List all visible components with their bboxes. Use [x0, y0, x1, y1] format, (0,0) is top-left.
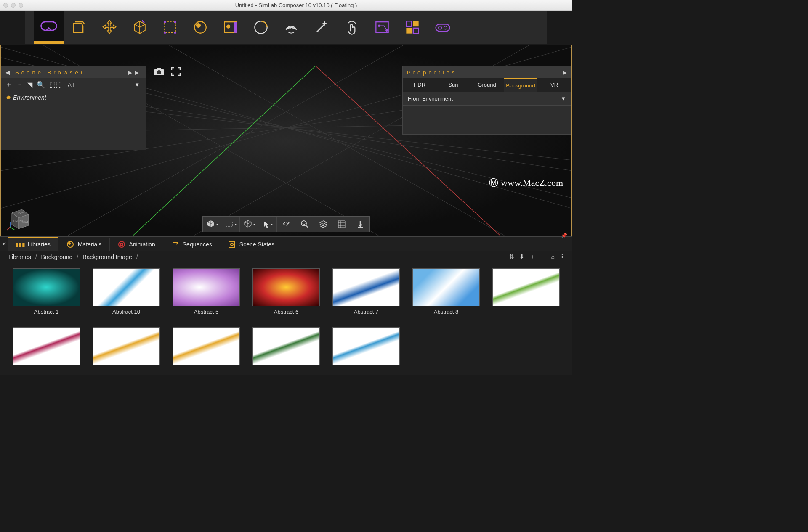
vp-wireframe-plane-icon[interactable]: ▾	[221, 217, 240, 232]
bottom-close-icon[interactable]: ✕	[0, 237, 8, 251]
tool-magic-wand[interactable]	[306, 11, 337, 44]
btab-libraries[interactable]: ▮▮▮ Libraries	[8, 237, 58, 251]
environment-icon: ✸	[5, 94, 11, 101]
viewport[interactable]: ◀ Scene Browser ▶▶ ＋ － ◥ 🔍 ⬚⬚ All ▼ ✸ En…	[0, 45, 572, 236]
sb-group-icon[interactable]: ⬚⬚	[49, 81, 62, 89]
prop-tab-sun[interactable]: Sun	[436, 78, 470, 92]
svg-rect-5	[174, 32, 176, 34]
sequences-icon	[171, 240, 179, 249]
scene-browser-collapse-icon[interactable]: ▶▶	[128, 69, 141, 76]
svg-text:TOP: TOP	[18, 211, 24, 214]
library-item[interactable]	[252, 327, 320, 370]
tool-render[interactable]	[246, 11, 276, 44]
bottom-tab-bar: ✕ ▮▮▮ Libraries Materials Animation Sequ…	[0, 236, 572, 251]
library-item-label: Abstract 6	[274, 309, 299, 315]
thumb-icon	[93, 268, 160, 306]
chevron-down-icon: ▼	[134, 82, 140, 88]
home-icon[interactable]: ⌂	[551, 253, 555, 261]
library-item[interactable]: Abstract 10	[93, 268, 160, 317]
tool-preview[interactable]	[215, 11, 246, 44]
vp-select-icon[interactable]: ▾	[258, 217, 277, 232]
fullscreen-icon[interactable]	[169, 66, 183, 77]
prop-tab-vr[interactable]: VR	[537, 78, 571, 92]
library-item[interactable]	[173, 327, 240, 370]
tool-file-open[interactable]	[64, 11, 94, 44]
bc-background[interactable]: Background	[41, 254, 73, 260]
traffic-max-icon[interactable]	[19, 3, 23, 8]
scene-tree: ✸ Environment	[1, 91, 146, 150]
prop-tab-ground[interactable]: Ground	[470, 78, 504, 92]
tool-selection-rect[interactable]	[155, 11, 185, 44]
bc-libraries[interactable]: Libraries	[8, 254, 31, 260]
library-item[interactable]	[492, 268, 560, 317]
watermark-logo-icon: Ⓜ	[489, 177, 498, 189]
traffic-min-icon[interactable]	[11, 3, 16, 8]
tool-edit-cube[interactable]	[125, 11, 155, 44]
tree-node-label: Environment	[13, 94, 46, 101]
sb-filter-value: All	[68, 82, 74, 88]
vp-cube-outline-icon[interactable]: ▾	[240, 217, 258, 232]
library-item[interactable]	[13, 327, 80, 370]
btab-sequences[interactable]: Sequences	[163, 238, 220, 251]
download-icon[interactable]: ⬇	[519, 253, 524, 261]
sb-filter-dropdown[interactable]: All ▼	[66, 80, 141, 90]
bc-background-image[interactable]: Background Image	[82, 254, 132, 260]
library-item[interactable]	[332, 327, 400, 370]
library-item[interactable]: Abstract 1	[13, 268, 80, 317]
sb-tag-icon[interactable]: ◥	[27, 81, 32, 89]
tool-move[interactable]	[94, 11, 125, 44]
thumb-icon	[252, 327, 320, 365]
vp-snap-icon[interactable]	[277, 217, 295, 232]
properties-tabs: HDR Sun Ground Background VR	[403, 78, 571, 92]
library-item[interactable]: Abstract 5	[173, 268, 240, 317]
scene-browser-header: ◀ Scene Browser ▶▶	[1, 66, 146, 78]
properties-expand-icon[interactable]: ▶	[563, 69, 567, 76]
tool-360[interactable]: 360	[276, 11, 306, 44]
tool-material-ball[interactable]	[185, 11, 215, 44]
library-icon: ▮▮▮	[16, 240, 24, 249]
sb-remove-icon[interactable]: －	[16, 80, 23, 89]
nav-cube[interactable]: FRONTRIGHTTOP	[5, 204, 32, 231]
tool-flow[interactable]	[367, 11, 397, 44]
vp-zoom-icon[interactable]	[295, 217, 314, 232]
tool-vr-preview[interactable]	[428, 11, 458, 44]
tool-grid-settings[interactable]	[397, 11, 428, 44]
sb-search-icon[interactable]: 🔍	[37, 81, 45, 89]
sb-add-icon[interactable]: ＋	[5, 80, 12, 89]
tool-vr-goggles[interactable]	[34, 11, 64, 44]
btab-animation[interactable]: Animation	[110, 238, 163, 251]
library-item[interactable]: Abstract 6	[252, 268, 320, 317]
library-item[interactable]	[93, 327, 160, 370]
tool-manipulate[interactable]	[337, 11, 367, 44]
btab-materials[interactable]: Materials	[58, 238, 110, 251]
svg-rect-3	[174, 21, 176, 23]
add-icon[interactable]: ＋	[529, 253, 535, 261]
thumb-icon	[13, 327, 80, 365]
grid-view-icon[interactable]: ⠿	[560, 253, 564, 261]
remove-icon[interactable]: －	[540, 253, 546, 261]
vp-grid-icon[interactable]	[332, 217, 351, 232]
thumb-icon	[252, 268, 320, 306]
sort-icon[interactable]: ⇅	[509, 253, 514, 261]
btab-scene-states[interactable]: Scene States	[220, 238, 282, 251]
tree-node-environment[interactable]: ✸ Environment	[5, 94, 141, 101]
vp-layers-icon[interactable]	[314, 217, 332, 232]
background-source-dropdown[interactable]: From Environment ▼	[403, 92, 571, 106]
prop-tab-hdr[interactable]: HDR	[403, 78, 436, 92]
library-item[interactable]: Abstract 8	[412, 268, 480, 317]
camera-icon[interactable]	[152, 66, 166, 77]
library-item[interactable]: Abstract 7	[332, 268, 400, 317]
vp-drop-icon[interactable]	[351, 217, 369, 232]
svg-point-21	[439, 26, 441, 29]
traffic-close-icon[interactable]	[3, 3, 8, 8]
vp-shaded-cube-icon[interactable]: ▾	[203, 217, 221, 232]
svg-rect-4	[164, 32, 166, 34]
breadcrumb-sep: /	[35, 254, 37, 260]
svg-point-59	[231, 243, 233, 246]
prop-tab-background[interactable]: Background	[504, 78, 537, 92]
svg-text:RIGHT: RIGHT	[22, 220, 32, 223]
pin-icon[interactable]: 📌	[561, 233, 567, 238]
scene-browser-back-icon[interactable]: ◀	[5, 69, 13, 76]
svg-line-51	[306, 225, 308, 228]
svg-point-22	[444, 26, 447, 29]
